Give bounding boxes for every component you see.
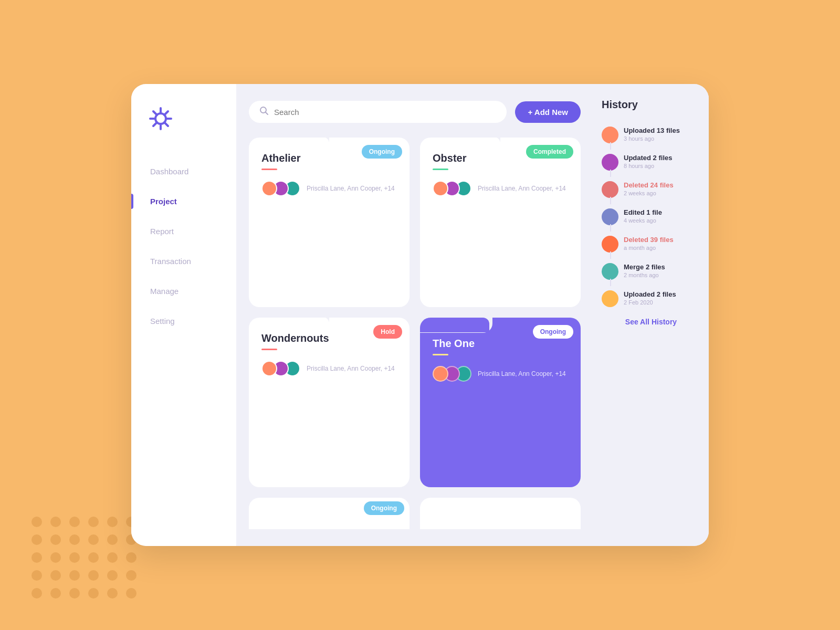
search-input[interactable] — [274, 108, 496, 117]
partial-card-right — [420, 498, 581, 529]
project-underline-wondernouts — [261, 349, 277, 350]
main-content: + Add New Ongoing Athelier Priscilla — [236, 84, 593, 546]
folder-tab-wondernouts — [249, 318, 329, 332]
history-avatar-3 — [602, 181, 618, 198]
history-text-2: Updated 2 files 8 hours ago — [624, 154, 672, 169]
member-avatars-wondernouts — [261, 361, 296, 376]
history-item-7: Uploaded 2 files 2 Feb 2020 — [602, 285, 700, 312]
history-text-3: Deleted 24 files 2 weeks ago — [624, 181, 674, 196]
history-time-6: 2 months ago — [624, 272, 665, 278]
history-item-2: Updated 2 files 8 hours ago — [602, 149, 700, 176]
history-time-5: a month ago — [624, 245, 674, 251]
svg-line-6 — [164, 122, 168, 126]
toolbar: + Add New — [249, 101, 581, 123]
project-title-the-one: The One — [433, 338, 568, 350]
history-text-1: Uploaded 13 files 3 hours ago — [624, 127, 680, 142]
status-badge-the-one: Ongoing — [533, 325, 573, 339]
projects-grid: Ongoing Athelier Priscilla Lane, Ann Coo… — [249, 138, 581, 487]
app-logo — [147, 105, 174, 132]
project-members-the-one: Priscilla Lane, Ann Cooper, +14 — [433, 366, 568, 382]
history-time-3: 2 weeks ago — [624, 190, 674, 196]
sidebar-item-report[interactable]: Report — [142, 224, 226, 239]
partial-status: Ongoing — [364, 503, 404, 512]
add-new-button[interactable]: + Add New — [515, 101, 581, 123]
history-time-2: 8 hours ago — [624, 163, 672, 169]
main-card: Dashboard Project Report Transaction Man… — [131, 84, 709, 546]
sidebar-item-manage[interactable]: Manage — [142, 284, 226, 299]
status-badge-athelier: Ongoing — [362, 145, 402, 159]
history-item-1: Uploaded 13 files 3 hours ago — [602, 121, 700, 149]
history-time-1: 3 hours ago — [624, 135, 680, 142]
member-avatar-7 — [261, 361, 277, 376]
project-members-text-wondernouts: Priscilla Lane, Ann Cooper, +14 — [307, 365, 395, 372]
see-all-history-button[interactable]: See All History — [602, 318, 700, 326]
history-item-5: Deleted 39 files a month ago — [602, 230, 700, 258]
history-item-4: Edited 1 file 4 weeks ago — [602, 203, 700, 230]
history-text-4: Edited 1 file 4 weeks ago — [624, 208, 662, 224]
project-underline-the-one — [433, 354, 448, 355]
member-avatar-4 — [433, 181, 448, 196]
sidebar: Dashboard Project Report Transaction Man… — [131, 84, 236, 546]
project-card-athelier[interactable]: Ongoing Athelier Priscilla Lane, Ann Coo… — [249, 138, 410, 307]
history-avatar-2 — [602, 154, 618, 171]
project-card-wondernouts[interactable]: Hold Wondernouts Priscilla Lane, Ann Coo… — [249, 318, 410, 487]
project-members-text-athelier: Priscilla Lane, Ann Cooper, +14 — [307, 185, 395, 192]
history-avatar-4 — [602, 208, 618, 225]
project-members-wondernouts: Priscilla Lane, Ann Cooper, +14 — [261, 361, 397, 376]
history-panel: History Uploaded 13 files 3 hours ago Up… — [593, 84, 709, 546]
history-action-5: Deleted 39 files — [624, 236, 674, 244]
search-bar — [249, 101, 507, 123]
sidebar-item-dashboard[interactable]: Dashboard — [142, 164, 226, 179]
member-avatars-athelier — [261, 181, 296, 196]
history-action-2: Updated 2 files — [624, 154, 672, 162]
project-card-obster[interactable]: Completed Obster Priscilla Lane, Ann Coo… — [420, 138, 581, 307]
background-dots — [32, 517, 138, 598]
project-members-obster: Priscilla Lane, Ann Cooper, +14 — [433, 181, 568, 196]
sidebar-item-setting[interactable]: Setting — [142, 313, 226, 329]
history-list: Uploaded 13 files 3 hours ago Updated 2 … — [602, 121, 700, 312]
history-avatar-5 — [602, 236, 618, 253]
member-avatars-the-one — [433, 366, 467, 382]
history-avatar-6 — [602, 263, 618, 280]
project-members-text-obster: Priscilla Lane, Ann Cooper, +14 — [478, 185, 566, 192]
project-members-text-the-one: Priscilla Lane, Ann Cooper, +14 — [478, 370, 566, 377]
history-action-7: Uploaded 2 files — [624, 290, 676, 298]
project-card-the-one[interactable]: Ongoing The One Priscilla Lane, Ann Coop… — [420, 318, 581, 487]
history-text-7: Uploaded 2 files 2 Feb 2020 — [624, 290, 676, 306]
svg-line-7 — [164, 111, 168, 115]
search-icon — [259, 106, 269, 118]
history-title: History — [602, 99, 700, 111]
history-text-5: Deleted 39 files a month ago — [624, 236, 674, 251]
partial-card-left: Ongoing — [249, 498, 410, 529]
folder-tab — [249, 138, 329, 152]
member-avatar-1 — [261, 181, 277, 196]
member-avatars-obster — [433, 181, 467, 196]
partial-status-badge: Ongoing — [364, 501, 404, 515]
svg-line-10 — [266, 112, 268, 115]
folder-inner-tab — [420, 318, 489, 332]
history-item-6: Merge 2 files 2 months ago — [602, 258, 700, 285]
status-badge-wondernouts: Hold — [373, 325, 402, 339]
svg-line-8 — [153, 122, 157, 126]
history-item-3: Deleted 24 files 2 weeks ago — [602, 176, 700, 203]
history-action-1: Uploaded 13 files — [624, 127, 680, 134]
history-action-4: Edited 1 file — [624, 208, 662, 216]
member-avatar-10 — [433, 366, 448, 382]
history-action-6: Merge 2 files — [624, 263, 665, 271]
history-avatar-1 — [602, 127, 618, 143]
project-underline-athelier — [261, 169, 277, 170]
history-avatar-7 — [602, 290, 618, 307]
nav-menu: Dashboard Project Report Transaction Man… — [142, 164, 226, 329]
project-members-athelier: Priscilla Lane, Ann Cooper, +14 — [261, 181, 397, 196]
sidebar-item-project[interactable]: Project — [142, 194, 226, 209]
folder-tab-obster — [420, 138, 500, 152]
project-underline-obster — [433, 169, 448, 170]
partial-row: Ongoing — [249, 498, 581, 529]
svg-line-5 — [153, 111, 157, 115]
history-action-3: Deleted 24 files — [624, 181, 674, 189]
history-text-6: Merge 2 files 2 months ago — [624, 263, 665, 278]
history-time-4: 4 weeks ago — [624, 217, 662, 224]
history-time-7: 2 Feb 2020 — [624, 299, 676, 306]
sidebar-item-transaction[interactable]: Transaction — [142, 254, 226, 269]
status-badge-obster: Completed — [526, 145, 573, 159]
